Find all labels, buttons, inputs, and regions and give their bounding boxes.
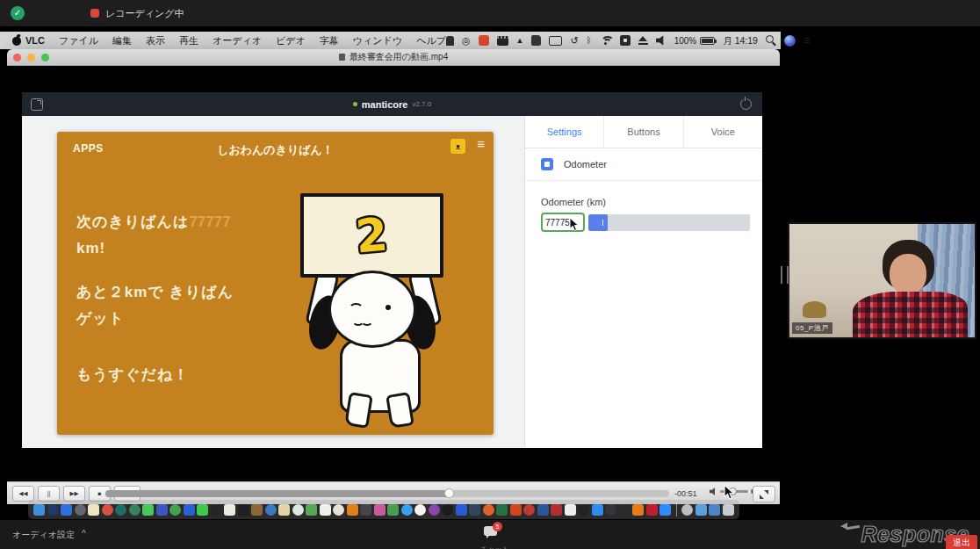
dock-icon-system-preferences[interactable] <box>681 504 693 516</box>
menu-item[interactable]: ウィンドウ <box>353 34 402 47</box>
dock-icon-app-clapper-green[interactable] <box>387 504 399 516</box>
tab-settings[interactable]: Settings <box>525 116 604 148</box>
dock-icon-app-tan-doc[interactable] <box>278 504 290 516</box>
dock-icon-app-si-blue[interactable] <box>184 504 195 516</box>
wifi-icon[interactable] <box>600 36 612 46</box>
audio-settings-button[interactable]: オーディオ設定 ^ <box>12 529 86 541</box>
input-source-icon[interactable] <box>620 35 631 46</box>
dock-icon-downloads-folder[interactable] <box>695 504 707 516</box>
dog-avatar-icon[interactable]: ᴥ <box>450 139 465 154</box>
dock-icon-terminal[interactable] <box>238 504 249 516</box>
dock-icon-app-photoshop[interactable] <box>469 504 480 516</box>
dock-icon-app-white-s[interactable] <box>565 504 576 516</box>
dock-icon-excel[interactable] <box>496 504 508 516</box>
evernote-icon[interactable] <box>531 35 541 46</box>
dock-icon-notes[interactable] <box>88 504 99 516</box>
odometer-slider[interactable] <box>588 214 750 231</box>
dock-icon-messages[interactable] <box>142 504 154 516</box>
triangle-icon[interactable]: ▲ <box>516 37 524 45</box>
vlc-title-bar[interactable]: 最終審査会用の動画.mp4 <box>7 49 780 66</box>
dock-icon-word[interactable] <box>537 504 549 516</box>
dock-icon-app-tan-tool[interactable] <box>251 504 263 516</box>
tab-voice[interactable]: Voice <box>684 116 762 148</box>
dock-icon-app-red-tool[interactable] <box>551 504 562 516</box>
power-icon[interactable] <box>740 98 752 110</box>
dock-icon-zoom[interactable] <box>659 504 671 516</box>
clapperboard-icon[interactable] <box>497 36 508 46</box>
hamburger-icon[interactable]: ≡ <box>477 136 485 151</box>
swirl-icon[interactable]: ◎ <box>462 36 471 46</box>
dock-icon-powerpoint[interactable] <box>510 504 522 516</box>
dock-icon-textedit[interactable] <box>224 504 235 516</box>
security-shield-icon[interactable]: ✓ <box>11 6 25 20</box>
volume-menu-icon[interactable] <box>656 35 667 46</box>
vlc-progress-knob[interactable] <box>444 488 454 498</box>
dock-icon-app-camera-gray[interactable] <box>360 504 371 516</box>
dock-icon-app-black-dot[interactable] <box>442 504 453 516</box>
dock-icon-app-adobe-blue[interactable] <box>456 504 467 516</box>
pause-button[interactable]: || <box>38 486 60 502</box>
dock-icon-twitter[interactable] <box>401 504 413 516</box>
dock-icon-app-orange-dot[interactable] <box>483 504 494 516</box>
menubar-clock[interactable]: 月 14:19 <box>723 36 758 46</box>
dock-icon-app-dark[interactable] <box>211 504 222 516</box>
dock-icon-facetime[interactable] <box>197 504 208 516</box>
dock-icon-documents-folder[interactable] <box>709 504 720 516</box>
dock-icon-illustrator[interactable] <box>347 504 358 516</box>
menu-item[interactable]: ファイル <box>59 34 98 47</box>
dock-icon-app-dark-blue[interactable] <box>47 504 59 516</box>
menu-item[interactable]: 表示 <box>146 34 165 47</box>
menu-item[interactable]: 再生 <box>179 34 198 47</box>
menu-item[interactable]: オーディオ <box>213 34 262 47</box>
dock-icon-app-green-badge[interactable] <box>129 504 141 516</box>
dock-icon-app-gray-compass[interactable] <box>75 504 86 516</box>
fast-forward-button[interactable]: ▶▶ <box>63 486 85 502</box>
menu-item[interactable]: 編集 <box>112 34 132 47</box>
dock-icon-acrobat[interactable] <box>646 504 658 516</box>
webcam-tile[interactable]: 05_P池戸 <box>788 222 976 339</box>
dock-icon-finder[interactable] <box>33 504 45 516</box>
siri-icon[interactable] <box>784 35 796 47</box>
menu-item[interactable]: ヘルプ <box>416 34 446 47</box>
red-app-icon[interactable] <box>479 35 489 46</box>
panel-resize-handle[interactable] <box>781 266 789 284</box>
notification-center-icon[interactable]: ≡ <box>803 35 810 46</box>
dock-icon-app-blue[interactable] <box>61 504 72 516</box>
airplay-display-icon[interactable] <box>549 36 562 46</box>
fullscreen-button[interactable] <box>753 486 775 502</box>
odometer-section-row[interactable]: Odometer <box>525 148 762 181</box>
dock-icon-app-black-circle[interactable] <box>578 504 589 516</box>
tab-buttons[interactable]: Buttons <box>604 116 683 148</box>
menu-item[interactable]: 字幕 <box>320 34 339 47</box>
spotlight-icon[interactable] <box>766 35 776 46</box>
time-machine-icon[interactable]: ↺ <box>570 36 578 46</box>
dock-icon-podcasts[interactable] <box>429 504 440 516</box>
volume-min-icon[interactable] <box>710 488 717 495</box>
menu-item[interactable]: ビデオ <box>276 34 306 47</box>
battery-indicator[interactable]: 100% <box>674 36 716 46</box>
dock-icon-app-pink-film[interactable] <box>374 504 386 516</box>
dock-icon-app-dark-swirl[interactable] <box>605 504 616 516</box>
dock-icon-keynote[interactable] <box>619 504 631 516</box>
bluetooth-icon[interactable]: ᛒ <box>587 36 592 45</box>
dock-icon-app-green-leaf[interactable] <box>306 504 317 516</box>
rewind-button[interactable]: ◀◀ <box>12 486 34 502</box>
dock-icon-app-c-blue[interactable] <box>592 504 603 516</box>
leave-button[interactable]: 退出 <box>946 535 977 549</box>
seek-bar[interactable] <box>105 490 669 497</box>
gesture-icon[interactable] <box>446 36 454 46</box>
dock-icon-app-pale-clock[interactable] <box>292 504 304 516</box>
chat-button[interactable]: 5 チャット <box>484 526 497 536</box>
dock-icon-photos[interactable] <box>333 504 344 516</box>
dock-icon-trash[interactable] <box>723 504 734 516</box>
dock-icon-app-indigo[interactable] <box>156 504 168 516</box>
dock-icon-slack[interactable] <box>320 504 331 516</box>
dock-icon-app-red-dot[interactable] <box>523 504 535 516</box>
dock-icon-chrome[interactable] <box>102 504 113 516</box>
dock-icon-app-green-circle[interactable] <box>169 504 181 516</box>
menu-app-name[interactable]: VLC <box>25 35 45 46</box>
dock-icon-safari[interactable] <box>265 504 277 516</box>
dock-icon-music[interactable] <box>414 504 426 516</box>
dock-icon-vlc[interactable] <box>632 504 644 516</box>
dock-icon-app-teal[interactable] <box>115 504 126 516</box>
